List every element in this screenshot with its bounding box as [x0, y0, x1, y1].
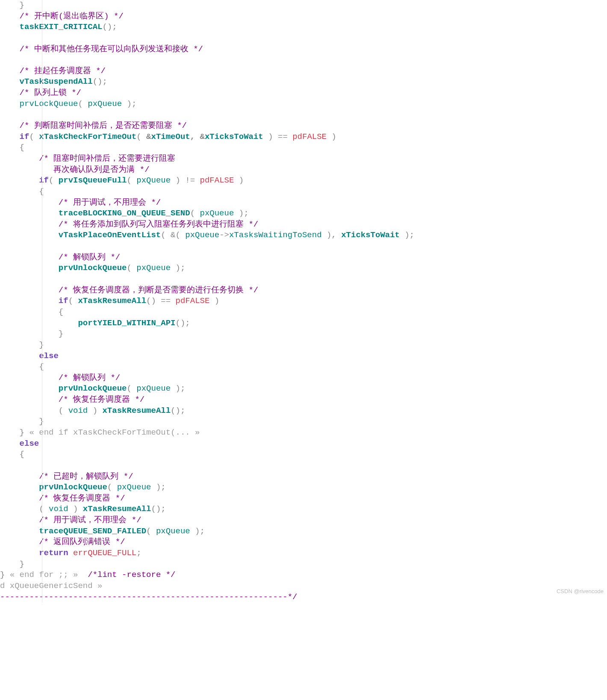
fn-call: prvUnlockQueue	[59, 263, 127, 273]
fn-call: prvUnlockQueue	[59, 384, 127, 393]
keyword-if: if	[39, 176, 49, 185]
comment: /* 队列上锁 */	[20, 88, 81, 97]
comment: /* 解锁队列 */	[59, 253, 120, 262]
comment: /* 恢复任务调度器 */	[59, 395, 144, 404]
const: pdFALSE	[292, 132, 327, 141]
comment: 再次确认队列是否为满 */	[39, 165, 149, 174]
punct: ();	[93, 77, 107, 86]
arg: pxQueue	[136, 263, 171, 273]
fold-hint: d xQueueGenericSend »	[0, 581, 102, 591]
keyword-return: return	[39, 548, 68, 558]
const: pdFALSE	[176, 296, 210, 306]
fn-call: xTaskResumeAll	[78, 296, 146, 306]
indent-guide	[42, 0, 42, 603]
member: xTasksWaitingToSend	[229, 230, 322, 240]
comment: /* 开中断(退出临界区) */	[20, 12, 124, 21]
arg: pxQueue	[200, 209, 234, 218]
punct: ();	[102, 22, 117, 32]
code-block: } /* 开中断(退出临界区) */ taskEXIT_CRITICAL(); …	[0, 0, 607, 603]
arg: pxQueue	[156, 526, 190, 536]
arg: pxQueue	[185, 230, 219, 240]
arg: pxQueue	[88, 99, 122, 109]
comment: /* 已超时，解锁队列 */	[39, 472, 133, 481]
comment: /* 恢复任务调度器，判断是否需要的进行任务切换 */	[59, 285, 258, 295]
keyword-else: else	[20, 439, 39, 448]
op: !=	[185, 176, 195, 185]
arg: xTimeOut	[151, 132, 190, 141]
fn-call: xTaskResumeAll	[83, 504, 151, 514]
fn-call: traceQUEUE_SEND_FAILED	[39, 526, 146, 536]
fn-call: prvUnlockQueue	[39, 482, 107, 492]
fn-call: taskEXIT_CRITICAL	[20, 22, 103, 32]
keyword-void: void	[49, 504, 68, 514]
comment: ----------------------------------------…	[0, 592, 298, 602]
keyword-if: if	[20, 132, 29, 141]
op: ==	[161, 296, 171, 306]
arg: pxQueue	[136, 384, 171, 393]
const: errQUEUE_FULL	[73, 548, 136, 558]
arg: pxQueue	[136, 176, 171, 185]
fn-call: traceBLOCKING_ON_QUEUE_SEND	[59, 209, 190, 218]
fn-call: prvLockQueue( pxQueue );	[20, 99, 137, 109]
op: ==	[278, 132, 288, 141]
comment: /* 挂起任务调度器 */	[20, 66, 106, 76]
watermark: CSDN @rivencode	[557, 588, 604, 595]
keyword-if: if	[59, 296, 68, 306]
arg: xTicksToWait	[205, 132, 263, 141]
comment: /* 用于调试，不用理会 */	[39, 515, 141, 525]
comment: /* 中断和其他任务现在可以向队列发送和接收 */	[20, 44, 203, 54]
brace: }	[20, 0, 24, 10]
fold-hint: « end if xTaskCheckForTimeOut(... »	[29, 428, 200, 437]
comment: /*lint -restore */	[88, 570, 175, 579]
comment: /* 将任务添加到队列写入阻塞任务列表中进行阻塞 */	[59, 220, 258, 229]
comment: /* 返回队列满错误 */	[39, 537, 125, 547]
keyword-void: void	[68, 406, 88, 415]
fn-name: prvLockQueue	[20, 99, 78, 109]
comment: /* 阻塞时间补偿后，还需要进行阻塞	[39, 154, 175, 163]
arg: xTicksToWait	[341, 230, 400, 240]
comment: /* 用于调试，不用理会 */	[59, 198, 161, 207]
comment: /* 解锁队列 */	[59, 373, 120, 382]
fn-call: vTaskSuspendAll	[20, 77, 93, 86]
fn-call: xTaskCheckForTimeOut	[39, 132, 136, 141]
comment: /* 判断阻塞时间补偿后，是否还需要阻塞 */	[20, 121, 187, 130]
fn-call: prvIsQueueFull	[59, 176, 127, 185]
fn-call: vTaskPlaceOnEventList	[59, 230, 161, 240]
arg: pxQueue	[117, 482, 151, 492]
const: pdFALSE	[200, 176, 234, 185]
comment: /* 恢复任务调度器 */	[39, 494, 125, 503]
fold-hint: « end for ;; »	[10, 570, 78, 579]
fn-call: portYIELD_WITHIN_API	[78, 318, 175, 328]
fn-call: xTaskResumeAll	[102, 406, 171, 415]
